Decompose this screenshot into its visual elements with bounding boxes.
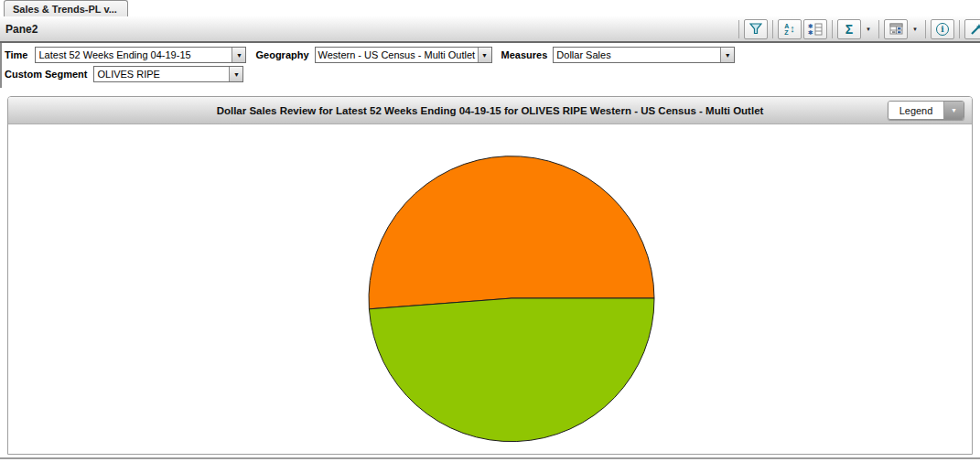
- dropdown-arrow-icon[interactable]: ▼: [478, 48, 491, 62]
- custom-segment-label: Custom Segment: [5, 69, 87, 80]
- chart-area: [8, 124, 972, 454]
- tab-bar: Sales & Trends-PL v...: [0, 0, 980, 16]
- tab-sales-trends[interactable]: Sales & Trends-PL v...: [4, 0, 128, 16]
- filter-button[interactable]: [744, 19, 768, 39]
- pane-title: Pane2: [5, 23, 38, 36]
- aggregate-menu-arrow[interactable]: ▼: [862, 19, 875, 39]
- custom-segment-dropdown[interactable]: OLIVES RIPE ▼: [93, 66, 243, 82]
- column-select-button[interactable]: ✱ ✱: [803, 19, 827, 39]
- info-icon: i: [936, 23, 949, 36]
- sigma-icon: Σ: [845, 23, 853, 36]
- chart-panel: Dollar Sales Review for Latest 52 Weeks …: [7, 96, 973, 455]
- toolbar-separator: [832, 20, 833, 38]
- measures-label: Measures: [501, 49, 548, 60]
- dropdown-arrow-icon[interactable]: ▼: [232, 48, 245, 62]
- dropdown-arrow-icon[interactable]: ▼: [229, 67, 242, 81]
- toolbar-separator: [738, 20, 739, 38]
- filter-funnel-icon: [749, 23, 762, 35]
- toolbar-separator: [878, 20, 879, 38]
- pie-chart: [8, 124, 972, 454]
- pie-slice-orange[interactable]: [369, 156, 654, 309]
- table-view-arrow[interactable]: ▼: [909, 19, 921, 39]
- chart-title-bar: Dollar Sales Review for Latest 52 Weeks …: [8, 97, 972, 124]
- legend-button-label: Legend: [888, 102, 943, 119]
- measures-dropdown[interactable]: Dollar Sales ▼: [553, 47, 735, 63]
- filter-row-2: Custom Segment OLIVES RIPE ▼: [5, 66, 980, 82]
- time-value: Latest 52 Weeks Ending 04-19-15: [36, 48, 232, 62]
- toolbar-separator: [925, 20, 926, 38]
- chart-title: Dollar Sales Review for Latest 52 Weeks …: [217, 105, 764, 116]
- toolbar-separator: [772, 20, 773, 38]
- magic-wand-icon: [970, 23, 980, 36]
- chevron-down-icon: ▼: [912, 27, 918, 32]
- sort-az-icon: A Z ↕: [784, 23, 795, 36]
- column-select-icon: ✱ ✱: [808, 23, 823, 36]
- tab-label: Sales & Trends-PL v...: [13, 4, 117, 15]
- time-dropdown[interactable]: Latest 52 Weeks Ending 04-19-15 ▼: [35, 47, 246, 63]
- table-view-button[interactable]: [884, 19, 908, 39]
- pane-header: Pane2 A Z ↕ ✱ ✱: [0, 16, 980, 43]
- measures-value: Dollar Sales: [554, 48, 720, 62]
- toolbar: A Z ↕ ✱ ✱ Σ ▼: [735, 16, 980, 41]
- time-label: Time: [5, 49, 27, 60]
- table-grid-icon: [889, 23, 903, 35]
- legend-dropdown-arrow-icon[interactable]: ▼: [943, 102, 964, 119]
- wand-button[interactable]: [964, 19, 980, 39]
- filter-row-1: Time Latest 52 Weeks Ending 04-19-15 ▼ G…: [5, 47, 980, 63]
- chevron-down-icon: ▼: [866, 27, 871, 32]
- geography-dropdown[interactable]: Western - US Census - Multi Outlet ▼: [315, 47, 492, 63]
- aggregate-menu-button[interactable]: Σ: [837, 19, 861, 39]
- window-bottom-border: [0, 457, 980, 459]
- legend-button[interactable]: Legend ▼: [888, 101, 964, 120]
- sort-az-button[interactable]: A Z ↕: [778, 19, 802, 39]
- pie-slice-green[interactable]: [369, 298, 654, 442]
- info-button[interactable]: i: [931, 19, 954, 39]
- toolbar-separator: [959, 20, 960, 38]
- custom-segment-value: OLIVES RIPE: [94, 67, 229, 81]
- filter-panel: Time Latest 52 Weeks Ending 04-19-15 ▼ G…: [0, 43, 980, 88]
- geography-value: Western - US Census - Multi Outlet: [316, 48, 478, 62]
- dropdown-arrow-icon[interactable]: ▼: [720, 48, 734, 62]
- geography-label: Geography: [255, 49, 308, 60]
